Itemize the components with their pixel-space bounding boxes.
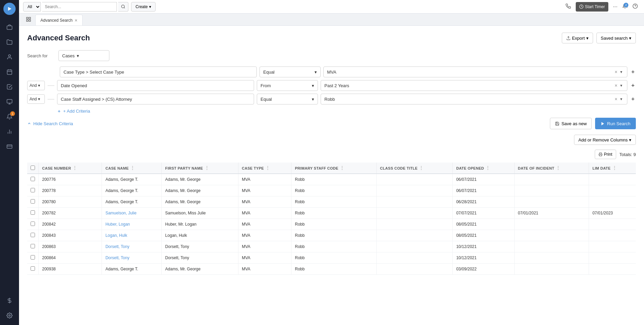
cell-first-party-name: Adams, Mr. George — [162, 185, 238, 196]
row-checkbox[interactable] — [31, 199, 35, 204]
header-actions: Export ▾ Saved search ▾ — [562, 33, 636, 43]
play-button[interactable] — [3, 3, 16, 15]
cell-date-opened: 08/05/2021 — [453, 219, 515, 230]
cell-primary-staff-code: Robb — [291, 252, 377, 264]
tab-advanced-search[interactable]: Advanced Search × — [35, 15, 83, 25]
criteria-field-1[interactable]: Case Type > Select Case Type — [60, 66, 257, 77]
tab-grid-button[interactable] — [23, 13, 34, 25]
select-all-checkbox[interactable] — [31, 166, 35, 170]
row-checkbox-cell[interactable] — [27, 208, 39, 219]
conjunction-select-3[interactable]: And ▾ — [27, 94, 45, 104]
print-button[interactable]: Print — [595, 150, 616, 159]
col-case-name[interactable]: CASE NAME⋮ — [102, 162, 162, 174]
row-checkbox-cell[interactable] — [27, 196, 39, 208]
notifications-button[interactable]: 2 — [622, 3, 628, 10]
add-criteria-row[interactable]: + Add Criteria — [57, 109, 636, 114]
create-button[interactable]: Create ▾ — [131, 2, 156, 12]
row-checkbox[interactable] — [31, 244, 35, 248]
start-timer-button[interactable]: Start Timer — [576, 2, 608, 12]
cell-case-name[interactable]: Huber, Logan — [102, 219, 162, 230]
criteria-row-3: And ▾ Case Staff Assigned > (CS) Attorne… — [27, 94, 636, 104]
sidebar-item-finance[interactable] — [3, 294, 16, 307]
criteria-operator-1[interactable]: Equal ▾ — [260, 66, 321, 77]
row-checkbox-cell[interactable] — [27, 219, 39, 230]
add-remove-columns-button[interactable]: Add or Remove Columns ▾ — [574, 135, 636, 145]
search-scope-select[interactable]: All — [23, 2, 41, 12]
row-checkbox-cell[interactable] — [27, 264, 39, 275]
col-date-opened[interactable]: DATE OPENED⋮ — [453, 162, 515, 174]
col-case-number[interactable]: CASE NUMBER⋮ — [39, 162, 102, 174]
criteria-add-2[interactable]: + — [630, 82, 636, 89]
row-checkbox[interactable] — [31, 266, 35, 271]
col-first-party-name[interactable]: FIRST PARTY NAME⋮ — [162, 162, 238, 174]
save-as-new-button[interactable]: Save as new — [550, 118, 592, 129]
search-button[interactable] — [118, 2, 128, 12]
table-row: 200938 Adams, George T. Adams, Mr. Georg… — [27, 264, 636, 275]
criteria-clear-1[interactable]: × — [613, 69, 619, 75]
cell-date-opened: 03/09/2022 — [453, 264, 515, 275]
cell-case-name[interactable]: Dorsett, Tony — [102, 241, 162, 252]
cell-case-name[interactable]: Dorsett, Tony — [102, 252, 162, 264]
sidebar-item-settings[interactable] — [3, 309, 16, 322]
sidebar-item-calendar[interactable] — [3, 65, 16, 79]
help-button[interactable] — [630, 3, 640, 11]
cell-date-opened: 10/12/2021 — [453, 241, 515, 252]
cell-case-name[interactable]: Logan, Hulk — [102, 230, 162, 241]
more-options-button[interactable]: ··· — [611, 3, 620, 11]
col-primary-staff-code[interactable]: PRIMARY STAFF CODE⋮ — [291, 162, 377, 174]
select-all-checkbox-cell[interactable] — [27, 162, 39, 174]
row-checkbox-cell[interactable] — [27, 185, 39, 196]
row-checkbox[interactable] — [31, 255, 35, 260]
sidebar-item-tasks[interactable] — [3, 80, 16, 94]
criteria-chevron-3[interactable]: ▾ — [619, 97, 624, 101]
conjunction-select-2[interactable]: And ▾ — [27, 81, 45, 90]
cell-case-name[interactable]: Samuelson, Julie — [102, 208, 162, 219]
row-checkbox-cell[interactable] — [27, 252, 39, 264]
row-checkbox[interactable] — [31, 210, 35, 215]
criteria-operator-3[interactable]: Equal ▾ — [257, 94, 318, 104]
row-checkbox[interactable] — [31, 222, 35, 226]
criteria-field-3[interactable]: Case Staff Assigned > (CS) Attorney — [57, 94, 254, 104]
criteria-clear-2[interactable]: × — [613, 83, 619, 88]
phone-icon-button[interactable] — [564, 3, 573, 11]
row-checkbox-cell[interactable] — [27, 241, 39, 252]
row-checkbox[interactable] — [31, 177, 35, 181]
global-search-input[interactable] — [42, 2, 117, 12]
criteria-value-1[interactable]: MVA × ▾ — [323, 66, 627, 77]
row-checkbox[interactable] — [31, 233, 35, 237]
col-class-code-title[interactable]: CLASS CODE TITLE⋮ — [376, 162, 452, 174]
criteria-field-2[interactable]: Date Opened — [57, 80, 254, 91]
sidebar-item-contacts[interactable] — [3, 50, 16, 64]
criteria-clear-3[interactable]: × — [613, 96, 619, 102]
criteria-add-3[interactable]: + — [630, 96, 636, 102]
search-for-select[interactable]: Cases ▾ — [58, 50, 109, 61]
col-lim-date[interactable]: LIM DATE⋮ — [589, 162, 636, 174]
row-checkbox[interactable] — [31, 188, 35, 192]
tab-close-button[interactable]: × — [75, 18, 77, 23]
sidebar-item-folder[interactable] — [3, 35, 16, 49]
col-date-of-incident[interactable]: DATE OF INCIDENT⋮ — [514, 162, 589, 174]
saved-search-button[interactable]: Saved search ▾ — [596, 33, 636, 43]
criteria-operator-2[interactable]: From ▾ — [257, 80, 318, 91]
criteria-chevron-2[interactable]: ▾ — [619, 83, 624, 88]
criteria-chevron-1[interactable]: ▾ — [619, 70, 624, 74]
row-checkbox-cell[interactable] — [27, 174, 39, 185]
row-checkbox-cell[interactable] — [27, 230, 39, 241]
criteria-add-1[interactable]: + — [630, 69, 636, 75]
results-table: CASE NUMBER⋮ CASE NAME⋮ FIRST PARTY NAME… — [27, 162, 636, 275]
sidebar-item-notifications[interactable]: 1 — [3, 110, 16, 123]
hide-criteria-button[interactable]: Hide Search Criteria — [27, 121, 73, 126]
cell-case-number: 200938 — [39, 264, 102, 275]
export-button[interactable]: Export ▾ — [562, 33, 593, 43]
sidebar-item-analytics[interactable] — [3, 125, 16, 138]
cell-class-code-title — [376, 252, 452, 264]
col-case-type[interactable]: CASE TYPE⋮ — [238, 162, 291, 174]
criteria-value-3[interactable]: Robb × ▾ — [321, 94, 627, 104]
sidebar-item-billing[interactable] — [3, 140, 16, 153]
table-row: 200863 Dorsett, Tony Dorsett, Tony MVA R… — [27, 241, 636, 252]
sidebar-item-monitor[interactable] — [3, 95, 16, 109]
sidebar-item-cases[interactable] — [3, 20, 16, 34]
cell-date-of-incident: 07/01/2021 — [514, 208, 589, 219]
criteria-value-2[interactable]: Past 2 Years × ▾ — [321, 80, 627, 91]
run-search-button[interactable]: Run Search — [595, 118, 636, 129]
